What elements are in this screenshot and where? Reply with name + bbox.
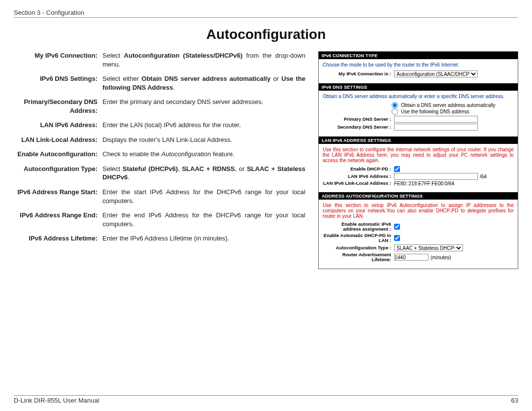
def-desc: Select either Obtain DNS server address … bbox=[102, 74, 305, 92]
def-term: LAN Link-Local Address: bbox=[14, 136, 102, 144]
auto-lifetime-row: Router Advertisement Lifetime:(minutes) bbox=[323, 252, 514, 263]
dns-radio-manual-label: Use the following DNS address bbox=[401, 109, 469, 114]
auto-pd-checkbox[interactable] bbox=[394, 235, 400, 241]
lan-blurb: Use this section to configure the intern… bbox=[323, 147, 514, 163]
auto-blurb: Use this section to setup IPv6 Autoconfi… bbox=[323, 203, 514, 219]
dns-radio-manual-input[interactable] bbox=[392, 108, 398, 115]
def-row: IPv6 Address Lifetime:Enter the IPv6 Add… bbox=[14, 234, 305, 243]
def-row: IPv6 Address Range End:Enter the end IPv… bbox=[14, 211, 305, 228]
def-desc: Enter the start IPv6 Address for the DHC… bbox=[102, 188, 305, 205]
def-term: Primary/Secondary DNS Address: bbox=[14, 98, 102, 115]
panel-header-dns: IPv6 DNS SETTINGS bbox=[319, 83, 518, 91]
auto-enable-label: Enable automatic IPv6 address assignment… bbox=[323, 222, 394, 232]
auto-type-select[interactable]: SLAAC + Stateless DHCPv6 bbox=[394, 244, 463, 251]
def-row: IPv6 Address Range Start:Enter the start… bbox=[14, 188, 305, 205]
auto-type-label: Autoconfiguration Type : bbox=[323, 245, 394, 250]
def-row: Autoconfiguration Type:Select Stateful (… bbox=[14, 165, 305, 182]
secondary-dns-input[interactable] bbox=[394, 124, 478, 131]
def-desc: Select Autoconfiguration (Stateless/DHCP… bbox=[102, 51, 305, 68]
dns-blurb: Obtain a DNS server address automaticall… bbox=[323, 94, 514, 99]
def-row: Enable Autoconfiguration:Check to enable… bbox=[14, 150, 305, 159]
def-row: LAN IPv6 Address:Enter the LAN (local) I… bbox=[14, 121, 305, 130]
def-row: IPv6 DNS Settings:Select either Obtain D… bbox=[14, 74, 305, 92]
def-term: IPv6 DNS Settings: bbox=[14, 74, 102, 92]
def-term: Enable Autoconfiguration: bbox=[14, 150, 102, 159]
def-term: IPv6 Address Range Start: bbox=[14, 188, 102, 205]
lan-ll-label: LAN IPv6 Link-Local Address : bbox=[323, 181, 394, 186]
panel-body-dns: Obtain a DNS server address automaticall… bbox=[319, 91, 518, 137]
def-term: IPv6 Address Range End: bbox=[14, 211, 102, 228]
dns-radio-auto-label: Obtain a DNS server address automaticall… bbox=[401, 103, 496, 108]
def-desc: Check to enable the Autoconfiguration fe… bbox=[102, 150, 305, 159]
auto-type-row: Autoconfiguration Type :SLAAC + Stateles… bbox=[323, 244, 514, 251]
conn-row: My IPv6 Connection is : Autoconfiguratio… bbox=[323, 70, 514, 77]
dhcp-pd-row: Enable DHCP-PD : bbox=[323, 166, 514, 172]
def-term: Autoconfiguration Type: bbox=[14, 165, 102, 182]
auto-pd-label: Enable Automatic DHCP-PD in LAN : bbox=[323, 233, 394, 243]
panel-body-auto: Use this section to setup IPv6 Autoconfi… bbox=[319, 200, 518, 269]
panel-body-conn: Choose the mode to be used by the router… bbox=[319, 59, 518, 83]
conn-blurb: Choose the mode to be used by the router… bbox=[323, 62, 514, 68]
def-desc: Enter the LAN (local) IPv6 address for t… bbox=[102, 121, 305, 130]
def-row: My IPv6 Connection:Select Autoconfigurat… bbox=[14, 51, 305, 68]
panel-header-conn: IPv6 CONNECTION TYPE bbox=[319, 52, 518, 59]
secondary-dns-row: Secondary DNS Server : bbox=[323, 124, 514, 131]
def-desc: Enter the primary and secondary DNS serv… bbox=[102, 98, 305, 115]
panel-body-lan: Use this section to configure the intern… bbox=[319, 144, 518, 192]
dns-radio-manual: Use the following DNS address bbox=[392, 108, 514, 115]
def-term: LAN IPv6 Address: bbox=[14, 121, 102, 130]
def-term: My IPv6 Connection: bbox=[14, 51, 102, 68]
page-title: Autoconfiguration bbox=[14, 27, 518, 42]
def-term: IPv6 Address Lifetime: bbox=[14, 234, 102, 243]
router-ui-panel: IPv6 CONNECTION TYPE Choose the mode to … bbox=[318, 51, 518, 269]
def-desc: Enter the end IPv6 Address for the DHCPv… bbox=[102, 211, 305, 228]
auto-lifetime-unit: (minutes) bbox=[431, 255, 451, 260]
section-header: Section 3 - Configuration bbox=[14, 9, 518, 18]
dns-radio-auto-input[interactable] bbox=[392, 102, 398, 108]
definition-list: My IPv6 Connection:Select Autoconfigurat… bbox=[14, 51, 309, 269]
footer-left: D-Link DIR-855L User Manual bbox=[14, 397, 100, 404]
dhcp-pd-label: Enable DHCP-PD : bbox=[323, 167, 394, 171]
primary-dns-row: Primary DNS Server : bbox=[323, 116, 514, 123]
lan-ll-row: LAN IPv6 Link-Local Address :FE80::218:E… bbox=[323, 181, 514, 186]
conn-label: My IPv6 Connection is : bbox=[323, 71, 394, 76]
def-desc: Enter the IPv6 Address Lifetime (in minu… bbox=[102, 234, 305, 243]
lan-ll-value: FE80::218:E7FF:FE00:0/64 bbox=[394, 181, 454, 186]
lan-addr-suffix: /64 bbox=[480, 174, 487, 179]
content-area: My IPv6 Connection:Select Autoconfigurat… bbox=[14, 51, 518, 269]
auto-pd-row: Enable Automatic DHCP-PD in LAN : bbox=[323, 233, 514, 243]
def-desc: Displays the router's LAN Link-Local Add… bbox=[102, 136, 305, 144]
dns-radio-auto: Obtain a DNS server address automaticall… bbox=[392, 102, 514, 108]
lan-addr-input[interactable] bbox=[394, 173, 478, 180]
lan-addr-label: LAN IPv6 Address : bbox=[323, 174, 394, 179]
panel-header-auto: ADDRESS AUTOCONFIGURATION SETTINGS bbox=[319, 192, 518, 200]
footer-page: 63 bbox=[511, 397, 518, 404]
dhcp-pd-checkbox[interactable] bbox=[394, 166, 400, 172]
def-row: Primary/Secondary DNS Address:Enter the … bbox=[14, 98, 305, 115]
auto-enable-checkbox[interactable] bbox=[394, 224, 400, 230]
auto-lifetime-input[interactable] bbox=[394, 254, 429, 261]
primary-dns-label: Primary DNS Server : bbox=[323, 117, 394, 122]
def-desc: Select Stateful (DHCPv6), SLAAC + RDNSS,… bbox=[102, 165, 305, 182]
panel-header-lan: LAN IPv6 ADDRESS SETTINGS bbox=[319, 137, 518, 144]
footer: D-Link DIR-855L User Manual 63 bbox=[14, 395, 518, 404]
lan-addr-row: LAN IPv6 Address :/64 bbox=[323, 173, 514, 180]
auto-lifetime-label: Router Advertisement Lifetime: bbox=[323, 252, 394, 263]
primary-dns-input[interactable] bbox=[394, 116, 478, 123]
secondary-dns-label: Secondary DNS Server : bbox=[323, 125, 394, 130]
conn-select[interactable]: Autoconfiguration (SLAAC/DHCPv6) bbox=[394, 70, 478, 77]
auto-enable-row: Enable automatic IPv6 address assignment… bbox=[323, 222, 514, 232]
def-row: LAN Link-Local Address:Displays the rout… bbox=[14, 136, 305, 144]
